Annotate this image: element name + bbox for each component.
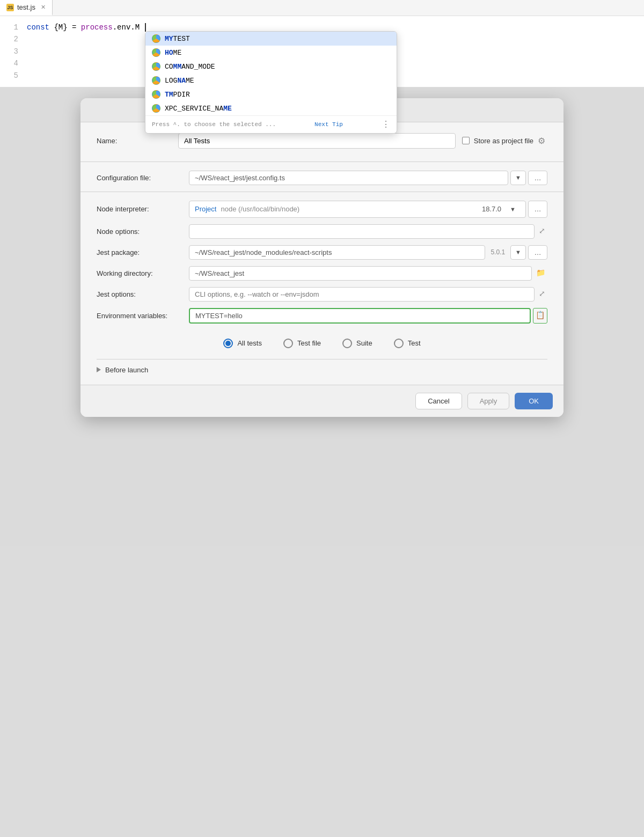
node-version-label: 18.7.0 bbox=[482, 205, 501, 213]
before-launch-section: Before launch bbox=[97, 359, 547, 374]
working-dir-label: Working directory: bbox=[97, 269, 182, 277]
working-dir-row: Working directory: 📁 bbox=[97, 266, 547, 281]
jest-package-row: Jest package: 5.0.1 ▼ … bbox=[97, 245, 547, 260]
jest-options-input[interactable] bbox=[189, 287, 535, 302]
jest-package-dropdown-btn[interactable]: ▼ bbox=[510, 245, 526, 260]
store-project-label: Store as project file bbox=[474, 137, 533, 145]
node-options-field-group: ⤢ bbox=[189, 224, 547, 239]
jest-options-expand-icon[interactable]: ⤢ bbox=[537, 287, 547, 302]
ac-label-mytest: MYTEST bbox=[165, 35, 190, 43]
line-number-3: 3 bbox=[0, 46, 27, 57]
code-content-4 bbox=[27, 57, 31, 69]
jest-package-input[interactable] bbox=[189, 245, 485, 260]
working-dir-field-group: 📁 bbox=[189, 266, 547, 281]
dialog-footer: Cancel Apply OK bbox=[80, 385, 564, 417]
ac-item-tmpdir[interactable]: TMPDIR bbox=[145, 87, 397, 101]
node-options-label: Node options: bbox=[97, 227, 182, 236]
config-file-label: Configuration file: bbox=[97, 174, 182, 182]
ac-label-home: HOME bbox=[165, 49, 181, 57]
dialog-body: Name: Store as project file ⚙ Configurat… bbox=[80, 122, 564, 385]
env-vars-field-group: 📋 bbox=[189, 308, 547, 324]
node-interp-field-group: Project node (/usr/local/bin/node) 18.7.… bbox=[189, 201, 547, 218]
node-project-label: Project bbox=[195, 205, 216, 213]
radio-test[interactable]: Test bbox=[394, 339, 421, 348]
expand-icon[interactable]: ⤢ bbox=[537, 224, 547, 239]
config-file-field-group: ▼ … bbox=[189, 171, 547, 185]
ac-label-command-mode: COMMAND_MODE bbox=[165, 63, 215, 71]
radio-test-file-label: Test file bbox=[297, 339, 321, 347]
ac-env-icon-xpc bbox=[152, 104, 160, 113]
code-editor[interactable]: 1 const {M} = process.env.M 2 3 4 5 bbox=[0, 16, 644, 87]
ac-item-command-mode[interactable]: COMMAND_MODE bbox=[145, 60, 397, 74]
tab-test-js[interactable]: JS test.js ✕ bbox=[0, 0, 53, 16]
gear-icon[interactable]: ⚙ bbox=[538, 136, 547, 145]
name-input[interactable] bbox=[178, 133, 456, 149]
name-row: Name: Store as project file ⚙ bbox=[97, 133, 547, 149]
config-file-dropdown-btn[interactable]: ▼ bbox=[510, 171, 526, 185]
node-interp-row: Node interpreter: Project node (/usr/loc… bbox=[97, 201, 547, 218]
ac-label-tmpdir: TMPDIR bbox=[165, 91, 190, 99]
config-file-browse-btn[interactable]: … bbox=[528, 171, 547, 185]
config-file-input[interactable] bbox=[189, 171, 508, 185]
expand-triangle-icon bbox=[97, 367, 101, 372]
radio-test-circle bbox=[394, 339, 404, 348]
node-interp-display: Project node (/usr/local/bin/node) 18.7.… bbox=[189, 201, 526, 218]
jest-package-version: 5.0.1 bbox=[491, 248, 505, 256]
line-number-4: 4 bbox=[0, 57, 27, 69]
js-file-icon: JS bbox=[6, 4, 14, 11]
store-project-checkbox[interactable] bbox=[462, 137, 470, 144]
apply-button[interactable]: Apply bbox=[467, 393, 510, 409]
before-launch-header[interactable]: Before launch bbox=[97, 366, 547, 374]
tab-close-icon[interactable]: ✕ bbox=[41, 4, 46, 11]
ac-next-tip-link[interactable]: Next Tip bbox=[314, 121, 343, 128]
radio-all-tests-circle bbox=[223, 339, 233, 348]
cancel-button[interactable]: Cancel bbox=[415, 393, 462, 409]
node-path-label: node (/usr/local/bin/node) bbox=[221, 205, 299, 213]
ac-env-icon-tmpdir bbox=[152, 90, 160, 99]
node-options-input[interactable] bbox=[189, 224, 535, 239]
jest-options-field-group: ⤢ bbox=[189, 287, 547, 302]
ac-more-icon[interactable]: ⋮ bbox=[382, 119, 390, 130]
radio-test-file-circle bbox=[283, 339, 293, 348]
line-number-2: 2 bbox=[0, 33, 27, 45]
radio-suite[interactable]: Suite bbox=[342, 339, 372, 348]
ac-item-xpc[interactable]: XPC_SERVICE_NAME bbox=[145, 101, 397, 115]
ac-env-icon-mytest bbox=[152, 34, 160, 43]
working-dir-input[interactable] bbox=[189, 266, 532, 281]
ac-env-icon-home bbox=[152, 48, 160, 57]
radio-suite-circle bbox=[342, 339, 352, 348]
node-interp-dropdown-btn[interactable]: ▼ bbox=[506, 204, 520, 215]
radio-all-tests-label: All tests bbox=[237, 339, 262, 347]
ac-footer-text: Press ^. to choose the selected ... bbox=[152, 121, 276, 128]
config-file-row: Configuration file: ▼ … bbox=[97, 171, 547, 185]
folder-icon[interactable]: 📁 bbox=[534, 266, 547, 281]
code-content-1: const {M} = process.env.M bbox=[27, 21, 146, 33]
autocomplete-popup: MYTEST HOME COMMAND_MODE LOGNAME TMPDIR bbox=[145, 31, 397, 134]
env-vars-input[interactable] bbox=[189, 308, 531, 324]
editor-area: JS test.js ✕ 1 const {M} = process.env.M… bbox=[0, 0, 644, 87]
env-vars-label: Environment variables: bbox=[97, 312, 182, 320]
radio-all-tests[interactable]: All tests bbox=[223, 339, 262, 348]
node-options-row: Node options: ⤢ bbox=[97, 224, 547, 239]
ac-env-icon-logname bbox=[152, 76, 160, 85]
line-number-5: 5 bbox=[0, 70, 27, 82]
env-vars-copy-icon[interactable]: 📋 bbox=[533, 308, 547, 324]
jest-package-label: Jest package: bbox=[97, 248, 182, 256]
radio-test-file[interactable]: Test file bbox=[283, 339, 321, 348]
separator-2 bbox=[80, 192, 564, 192]
node-interp-browse-btn[interactable]: … bbox=[528, 201, 547, 218]
jest-package-browse-btn[interactable]: … bbox=[528, 245, 547, 260]
ac-item-logname[interactable]: LOGNAME bbox=[145, 74, 397, 87]
ac-env-icon-command-mode bbox=[152, 62, 160, 71]
ok-button[interactable]: OK bbox=[515, 393, 553, 409]
ac-item-mytest[interactable]: MYTEST bbox=[145, 32, 397, 46]
tab-label: test.js bbox=[17, 3, 35, 11]
ac-item-home[interactable]: HOME bbox=[145, 46, 397, 60]
radio-suite-label: Suite bbox=[356, 339, 372, 347]
store-project-row: Store as project file ⚙ bbox=[462, 136, 547, 145]
before-launch-label: Before launch bbox=[105, 366, 148, 374]
run-debug-dialog: Run/Debug Configurations Name: Store as … bbox=[80, 98, 564, 417]
dialog-backdrop: Run/Debug Configurations Name: Store as … bbox=[0, 87, 644, 837]
env-vars-row: Environment variables: 📋 bbox=[97, 308, 547, 324]
ac-label-logname: LOGNAME bbox=[165, 77, 194, 85]
